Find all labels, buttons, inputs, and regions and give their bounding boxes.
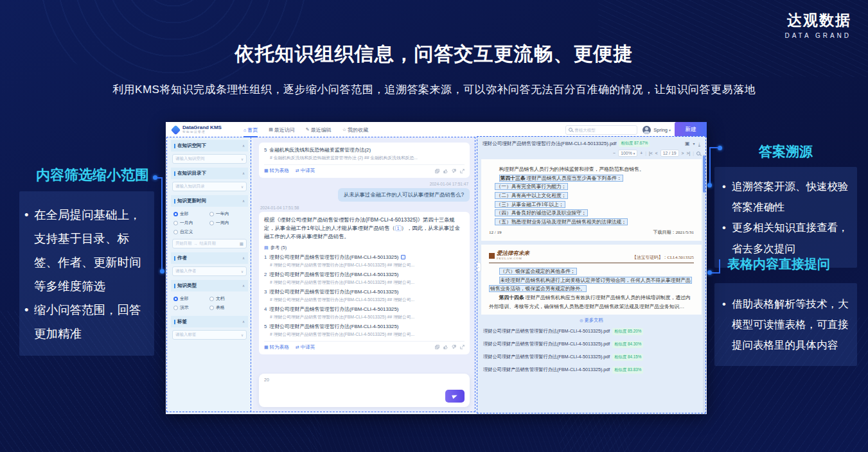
pdf-toolbar: − 100%▾ + | |< < 12 / 19 > >| |	[477, 148, 706, 159]
thumb-up-icon[interactable]	[443, 345, 448, 349]
ref-title: 理财公司理财产品销售管理暂行办法(FBM-CLI-4-5013325)	[269, 254, 398, 261]
section-header[interactable]: 标签 ∧	[171, 316, 248, 327]
translate-button[interactable]: ⇄ 中译英	[296, 168, 315, 174]
tag-select[interactable]: 请输入标签 ∨	[172, 330, 247, 340]
next-page-button[interactable]: >	[682, 151, 684, 155]
nav-item-recent-edits[interactable]: ✎ 最近编辑	[306, 122, 332, 137]
zoom-level-select[interactable]: 100%▾	[618, 150, 637, 157]
section-header[interactable]: 知识更新时间 ∧	[171, 195, 248, 207]
related-doc-row[interactable]: 理财公司理财产品销售管理暂行办法(FBM-CLI-4-5013325).pdf …	[477, 338, 706, 351]
nav-item-home[interactable]: ⌂ 首页	[244, 122, 258, 137]
pdf-highlighted-line: （六）银保监会规定的其他条件；	[489, 267, 694, 276]
citation-chip[interactable]: 1	[395, 225, 402, 231]
radio-time-custom[interactable]: 自定义	[173, 229, 245, 235]
author-select[interactable]: 请输入作者 ∨	[172, 266, 247, 276]
section-header[interactable]: 知识类型 ∧	[171, 280, 248, 291]
radio-type-sheet[interactable]: 表格	[209, 304, 245, 311]
annotation-bullet: 追溯答案开源、快速校验答案准确性	[721, 176, 852, 217]
annotation-title: 内容筛选缩小范围	[19, 166, 154, 185]
accent-bar	[174, 144, 175, 148]
pdf-highlighted-line: （三）从事金融工作1年以上；	[495, 200, 694, 209]
annotation-table-question: 表格内容直接提问 借助表格解析等技术，大模型可读懂表格，可直接提问表格里的具体内…	[714, 256, 857, 366]
radio-type-slides[interactable]: 演示	[173, 304, 209, 311]
connector-line	[161, 177, 163, 271]
filter-section-author: 作者 ∧ 请输入作者 ∨	[171, 252, 248, 277]
knowledge-space-select[interactable]: 请输入知识空间 ∨	[172, 154, 247, 164]
brand-logo-cn: 达观数据	[784, 10, 851, 30]
search-in-doc-icon[interactable]	[696, 152, 700, 155]
radio-time-year[interactable]: 一年内	[209, 211, 245, 217]
chat-input[interactable]: 20	[259, 374, 470, 407]
pkulaw-logo: 爱法律有未来 PKULAW.COM	[489, 250, 529, 261]
page-indicator[interactable]: 12 / 19	[660, 150, 679, 157]
share-icon[interactable]	[460, 169, 465, 173]
search-input[interactable]	[574, 128, 634, 132]
copy-icon[interactable]	[435, 345, 439, 349]
connector-line	[709, 147, 719, 148]
search-box[interactable]	[565, 125, 637, 135]
scrollbar-thumb[interactable]	[703, 155, 705, 193]
translate-button[interactable]: ⇄ 中译英	[296, 344, 315, 351]
nav-item-favorites[interactable]: ☆ 我的收藏	[342, 122, 368, 137]
chevron-down-icon: ∨	[241, 185, 244, 189]
radio-type-all[interactable]: 全部	[173, 295, 209, 302]
annotation-bullet: 借助表格解析等技术，大模型可读懂表格，可直接提问表格里的具体内容	[721, 293, 852, 356]
chevron-down-icon[interactable]: ▾	[693, 141, 695, 146]
prev-page-button[interactable]: <	[655, 151, 658, 155]
nav-item-recent-visits[interactable]: ▤ 最近访问	[269, 122, 295, 137]
section-header[interactable]: 在知识空间下 ∧	[171, 140, 248, 152]
user-name[interactable]: Spring	[653, 127, 668, 133]
more-docs-button[interactable]: ◎ 更多文档	[477, 317, 706, 324]
message-timestamp: 2024-01-04 17:51:47	[260, 182, 468, 186]
thumb-down-icon[interactable]	[452, 345, 456, 349]
reference-item[interactable]: 5 理财公司理财产品销售管理暂行办法(FBM-CLI-4-5013325) # …	[264, 323, 465, 338]
pdf-download-date: 下载日期：2021/5/31	[653, 229, 694, 236]
avatar[interactable]	[642, 126, 651, 134]
ref-title[interactable]: 金融机构反洗钱和反恐怖融资监督管理办法(2)	[269, 146, 371, 153]
collapse-panel-handle[interactable]: ‹	[476, 262, 481, 272]
nav-label: 最近访问	[274, 126, 295, 134]
annotation-bullet: 缩小问答范围，回答更加精准	[23, 298, 149, 345]
zoom-in-button[interactable]: +	[640, 151, 642, 155]
similarity-badge: 相似度 83.83%	[612, 367, 643, 374]
to-table-button[interactable]: ▦ 转为表格	[264, 344, 289, 351]
knowledge-catalog-select[interactable]: 请输入知识目录 ∨	[172, 182, 247, 191]
scrollbar-track[interactable]	[703, 154, 705, 414]
send-button[interactable]	[445, 390, 465, 403]
annotation-title: 表格内容直接提问	[714, 256, 857, 273]
zoom-out-button[interactable]: −	[613, 151, 616, 155]
radio-type-doc[interactable]: 文档	[209, 295, 245, 302]
open-doc-icon[interactable]	[401, 255, 405, 259]
date-range-picker[interactable]: 开始日期 → 结束日期 ▦	[172, 239, 247, 248]
view-mode-icon[interactable]: ▣	[685, 141, 690, 146]
reference-item[interactable]: 1 理财公司理财产品销售管理暂行办法(FBM-CLI-4-5013325) # …	[264, 254, 465, 268]
radio-time-week[interactable]: 一周内	[209, 220, 245, 226]
radio-time-all[interactable]: 全部	[173, 211, 209, 217]
thumb-up-icon[interactable]	[443, 169, 448, 173]
related-doc-row[interactable]: 理财公司理财产品销售管理暂行办法(FBM-CLI-4-5013325).pdf …	[477, 351, 706, 363]
first-page-button[interactable]: |<	[649, 151, 653, 155]
share-icon[interactable]	[460, 345, 465, 349]
last-page-button[interactable]: >|	[686, 151, 690, 155]
kms-logo-subtitle: 智能知识管理	[182, 131, 222, 134]
section-title: 标签	[177, 318, 187, 325]
related-doc-row[interactable]: 理财公司理财产品销售管理暂行办法(FBM-CLI-4-5013325).pdf …	[477, 363, 706, 376]
related-doc-row[interactable]: 理财公司理财产品销售管理暂行办法(FBM-CLI-4-5013325).pdf …	[477, 325, 706, 338]
section-header[interactable]: 作者 ∧	[171, 252, 248, 264]
divider	[264, 164, 465, 165]
copy-icon[interactable]	[435, 169, 439, 173]
document-icon: ▤	[264, 245, 269, 250]
date-start-placeholder: 开始日期	[175, 241, 191, 247]
reference-item[interactable]: 4 理财公司理财产品销售管理暂行办法(FBM-CLI-4-5013325) # …	[264, 306, 465, 320]
reference-item[interactable]: 3 理财公司理财产品销售管理暂行办法(FBM-CLI-4-5013325) # …	[264, 288, 465, 303]
chevron-up-icon: ∧	[242, 256, 245, 260]
new-button[interactable]: 新建	[675, 122, 707, 137]
section-header[interactable]: 在知识目录下 ∧	[171, 168, 248, 179]
reference-item[interactable]: 2 理财公司理财产品销售管理暂行办法(FBM-CLI-4-5013325) # …	[264, 271, 465, 286]
download-icon[interactable]: ↓	[698, 141, 701, 146]
radio-time-month[interactable]: 一月内	[173, 220, 209, 226]
to-table-button[interactable]: ▦ 转为表格	[264, 168, 289, 174]
thumb-down-icon[interactable]	[452, 169, 456, 173]
annotation-body: 追溯答案开源、快速校验答案准确性 更多相关知识直接查看，省去多次提问	[714, 167, 857, 268]
filter-section-knowledge-type: 知识类型 ∧ 全部 文档 演示 表格	[171, 280, 248, 313]
